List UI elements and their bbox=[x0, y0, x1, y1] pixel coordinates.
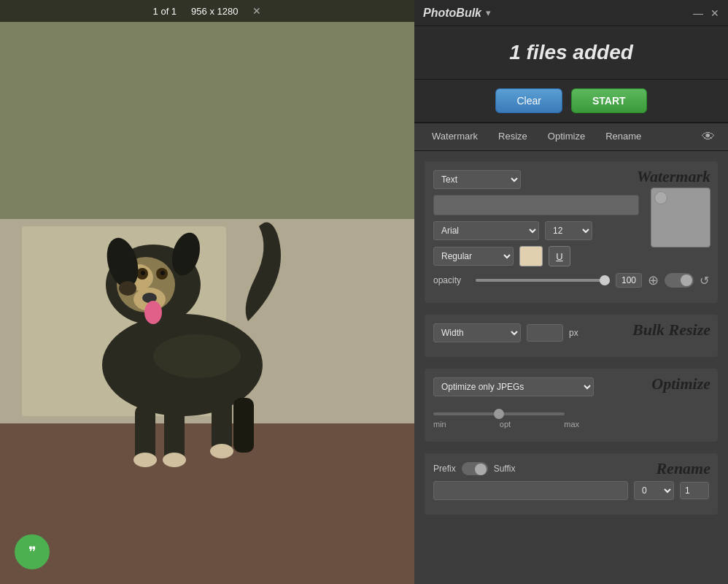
content-area: Watermark Text Image Arial Times New Rom… bbox=[414, 151, 728, 584]
number-format-select[interactable]: 0 1 2 3 bbox=[634, 481, 674, 500]
eye-icon[interactable]: 👁 bbox=[696, 123, 721, 150]
files-banner: 1 files added bbox=[414, 26, 728, 80]
style-row: Regular Bold Italic U bbox=[433, 246, 709, 266]
opacity-slider[interactable] bbox=[476, 279, 610, 282]
move-icon[interactable]: ⊕ bbox=[648, 272, 659, 288]
watermark-toggle[interactable] bbox=[665, 273, 694, 288]
watermark-section: Watermark Text Image Arial Times New Rom… bbox=[425, 161, 718, 303]
optimize-slider-container: min opt max bbox=[433, 402, 709, 433]
resize-px-input[interactable] bbox=[527, 324, 563, 342]
rename-section: Rename Prefix Suffix 0 1 2 3 bbox=[425, 453, 718, 515]
opacity-row: opacity 100 ⊕ ↺ bbox=[433, 272, 709, 288]
optimize-title: Optimize bbox=[651, 374, 710, 393]
font-select[interactable]: Arial Times New Roman Helvetica bbox=[433, 221, 539, 240]
color-picker[interactable] bbox=[519, 246, 543, 266]
slider-min-label: min bbox=[433, 420, 446, 429]
underline-button[interactable]: U bbox=[549, 246, 570, 266]
rename-title: Rename bbox=[656, 459, 710, 478]
prefix-toggle[interactable] bbox=[462, 462, 488, 475]
close-image-button[interactable]: ✕ bbox=[252, 5, 261, 17]
tab-rename[interactable]: Rename bbox=[595, 123, 651, 150]
svg-rect-2 bbox=[0, 423, 414, 584]
dropdown-arrow[interactable]: ▾ bbox=[486, 7, 491, 18]
resize-title: Bulk Resize bbox=[632, 320, 710, 339]
dog-image bbox=[0, 0, 414, 584]
px-label: px bbox=[569, 328, 578, 338]
image-dimensions: 956 x 1280 bbox=[191, 6, 238, 17]
file-counter: 1 of 1 bbox=[153, 6, 177, 17]
optimize-type-select[interactable]: Optimize only JPEGs Optimize all Optimiz… bbox=[433, 377, 594, 396]
start-number-input[interactable] bbox=[680, 482, 709, 499]
svg-point-22 bbox=[153, 334, 241, 378]
files-count: 1 files added bbox=[429, 41, 713, 64]
tab-resize[interactable]: Resize bbox=[488, 123, 538, 150]
svg-point-11 bbox=[160, 271, 165, 275]
title-bar-controls: — ✕ bbox=[693, 7, 719, 19]
style-select[interactable]: Regular Bold Italic bbox=[433, 247, 514, 266]
optimize-section: Optimize Optimize only JPEGs Optimize al… bbox=[425, 369, 718, 442]
rename-input-row: 0 1 2 3 bbox=[433, 481, 709, 500]
resize-section: Bulk Resize Width Height Longest Side Sh… bbox=[425, 315, 718, 357]
opacity-value[interactable]: 100 bbox=[616, 273, 642, 288]
svg-point-10 bbox=[141, 271, 145, 275]
quote-icon[interactable]: ❞ bbox=[15, 534, 50, 569]
title-bar-left: PhotoBulk ▾ bbox=[423, 7, 491, 20]
font-size-select[interactable]: 8 10 12 14 16 bbox=[545, 221, 592, 240]
svg-point-21 bbox=[210, 444, 233, 458]
refresh-icon[interactable]: ↺ bbox=[700, 274, 709, 288]
svg-rect-20 bbox=[233, 398, 254, 453]
title-bar: PhotoBulk ▾ — ✕ bbox=[414, 0, 728, 26]
watermark-text-input[interactable] bbox=[433, 195, 639, 215]
tab-optimize[interactable]: Optimize bbox=[538, 123, 595, 150]
watermark-title: Watermark bbox=[637, 167, 710, 186]
suffix-label: Suffix bbox=[494, 464, 516, 474]
clear-button[interactable]: Clear bbox=[495, 88, 562, 113]
minimize-button[interactable]: — bbox=[693, 7, 703, 19]
image-top-bar: 1 of 1 956 x 1280 ✕ bbox=[0, 0, 414, 22]
right-panel: PhotoBulk ▾ — ✕ 1 files added Clear STAR… bbox=[414, 0, 728, 584]
resize-type-select[interactable]: Width Height Longest Side Shortest Side bbox=[433, 323, 521, 342]
svg-point-17 bbox=[133, 453, 157, 467]
tab-watermark[interactable]: Watermark bbox=[422, 123, 488, 150]
svg-point-25 bbox=[119, 281, 136, 296]
svg-point-18 bbox=[163, 453, 186, 467]
image-panel: 1 of 1 956 x 1280 ✕ bbox=[0, 0, 414, 584]
slider-max-label: max bbox=[564, 420, 579, 429]
optimize-slider[interactable] bbox=[433, 412, 565, 415]
app-title: PhotoBulk bbox=[423, 7, 481, 20]
watermark-position-dot[interactable] bbox=[654, 191, 667, 204]
close-app-button[interactable]: ✕ bbox=[710, 7, 719, 19]
svg-point-14 bbox=[144, 301, 162, 324]
watermark-preview bbox=[651, 188, 710, 247]
rename-text-input[interactable] bbox=[433, 481, 628, 500]
prefix-label: Prefix bbox=[433, 464, 456, 474]
tabs-bar: Watermark Resize Optimize Rename 👁 bbox=[414, 123, 728, 151]
start-button[interactable]: START bbox=[571, 88, 647, 113]
watermark-type-select[interactable]: Text Image bbox=[433, 170, 521, 189]
opacity-label: opacity bbox=[433, 275, 470, 285]
action-buttons: Clear START bbox=[414, 80, 728, 123]
slider-opt-label: opt bbox=[500, 420, 511, 429]
